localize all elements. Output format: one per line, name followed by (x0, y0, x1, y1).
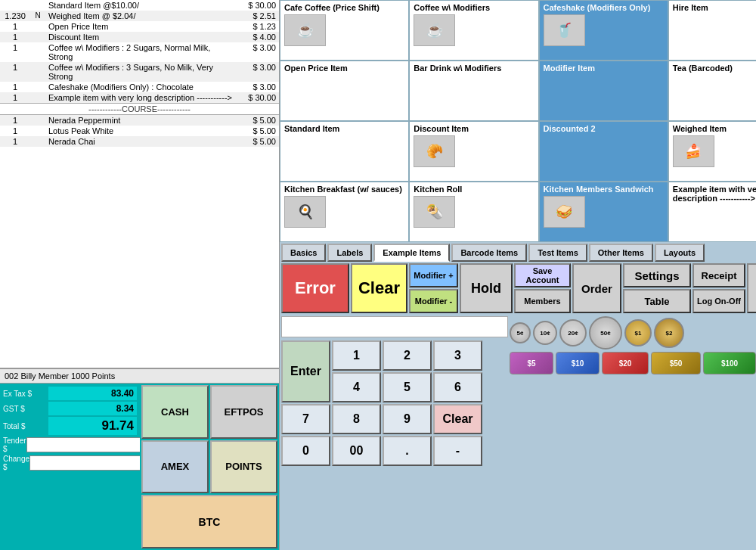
table-row: 1 Example item with very long descriptio… (0, 92, 279, 104)
item-cell[interactable]: Kitchen Breakfast (w/ sauces)🍳 (280, 182, 409, 242)
note-10[interactable]: $10 (556, 352, 600, 374)
change-input[interactable] (29, 455, 150, 471)
receipt-flag (30, 126, 45, 136)
item-cell[interactable]: Hire Item (668, 0, 756, 61)
num-5-button[interactable]: 5 (383, 372, 432, 402)
note-100[interactable]: $100 (703, 352, 756, 374)
receipt-qty: 1 (0, 42, 30, 62)
hold-button[interactable]: Hold (460, 263, 513, 313)
num-2-button[interactable]: 2 (383, 340, 432, 371)
item-cell[interactable]: Open Price Item (280, 61, 409, 121)
log-on-off-button[interactable]: Log On-Off (692, 289, 745, 313)
receipt-desc: Discount Item (45, 32, 237, 42)
item-image: 🥪 (544, 196, 585, 228)
item-cell[interactable]: Cafe Coffee (Price Shift)☕ (280, 0, 409, 61)
item-grid: Cafe Coffee (Price Shift)☕Coffee w\ Modi… (280, 0, 756, 242)
member-text: 002 Billy Member 1000 Points (5, 371, 115, 381)
num-dash-button[interactable]: - (433, 436, 482, 466)
course-label: ------------COURSE------------ (0, 104, 279, 115)
num-6-button[interactable]: 6 (433, 372, 482, 402)
note-20[interactable]: $20 (602, 352, 649, 374)
item-cell[interactable]: Kitchen Members Sandwich🥪 (539, 182, 668, 242)
gst-value: 8.34 (48, 402, 137, 415)
receipt-price: $ 4.00 (237, 32, 279, 42)
item-cell[interactable]: Cafeshake (Modifiers Only)🥤 (539, 0, 668, 61)
receipt-price: $ 2.51 (237, 11, 279, 21)
item-name: Example item with very long description … (673, 185, 756, 203)
item-cell[interactable]: Weighed Item🍰 (668, 121, 756, 182)
receipt-area: Standard Item @$10.00/ $ 30.001.230 N We… (0, 0, 279, 368)
coin-10c[interactable]: 10¢ (533, 321, 557, 345)
num-9-button[interactable]: 9 (383, 404, 432, 434)
table-row: 1 Open Price Item $ 1.23 (0, 21, 279, 32)
settings-button[interactable]: Settings (623, 263, 691, 287)
points-button[interactable]: POINTS (210, 440, 277, 494)
eftpos-button[interactable]: EFTPOS (210, 385, 277, 439)
item-cell[interactable]: Kitchen Roll🌯 (409, 182, 538, 242)
modifier-minus-button[interactable]: Modifier - (409, 289, 458, 313)
coin-2d[interactable]: $2 (654, 318, 684, 348)
num-4-button[interactable]: 4 (332, 372, 381, 402)
item-name: Discount Item (414, 124, 469, 133)
item-cell[interactable]: Modifier Item (539, 61, 668, 121)
total-row: Total $ 91.74 (3, 417, 137, 435)
coin-50c[interactable]: 50¢ (589, 316, 622, 350)
utility-button[interactable]: Utility (747, 263, 756, 313)
item-cell[interactable]: Standard Item (280, 121, 409, 182)
coin-20c[interactable]: 20¢ (559, 319, 587, 346)
item-cell[interactable]: Discount Item🥐 (409, 121, 538, 182)
enter-button[interactable]: Enter (281, 340, 330, 402)
tender-input[interactable] (26, 437, 147, 452)
table-row: 1 Nerada Peppermint $ 5.00 (0, 115, 279, 126)
receipt-desc: Weighed Item @ $2.04/ (45, 11, 237, 21)
tab-basics[interactable]: Basics (281, 244, 326, 262)
clear-num-button[interactable]: Clear (433, 404, 482, 434)
item-image: ☕ (284, 14, 326, 46)
item-cell[interactable]: Example item with very long description … (668, 182, 756, 242)
note-5[interactable]: $5 (510, 352, 553, 374)
tab-test-items[interactable]: Test Items (528, 244, 587, 262)
item-cell[interactable]: Coffee w\ Modifiers☕ (409, 0, 538, 61)
num-00-button[interactable]: 00 (332, 436, 381, 466)
members-button[interactable]: Members (514, 289, 571, 313)
receipt-price: $ 5.00 (237, 126, 279, 136)
order-button[interactable]: Order (572, 263, 621, 313)
amex-button[interactable]: AMEX (141, 440, 209, 494)
num-0-button[interactable]: 0 (281, 436, 330, 466)
member-bar: 002 Billy Member 1000 Points (0, 368, 279, 384)
receipt-qty (0, 0, 30, 11)
receipt-flag: N (30, 11, 45, 21)
receipt-button[interactable]: Receipt (692, 263, 745, 287)
num-8-button[interactable]: 8 (332, 404, 381, 434)
item-image: 🌯 (414, 196, 455, 228)
tender-label: Tender $ (3, 437, 26, 453)
cash-button[interactable]: CASH (141, 385, 209, 439)
note-50[interactable]: $50 (651, 352, 701, 374)
tab-barcode-items[interactable]: Barcode Items (451, 244, 527, 262)
coin-5c[interactable]: 5¢ (510, 322, 531, 343)
modifier-plus-button[interactable]: Modifier + (409, 263, 458, 287)
table-button[interactable]: Table (623, 289, 691, 313)
receipt-price: $ 3.00 (237, 82, 279, 92)
num-1-button[interactable]: 1 (332, 340, 381, 371)
tab-other-items[interactable]: Other Items (589, 244, 653, 262)
item-cell[interactable]: Tea (Barcoded) (668, 61, 756, 121)
num-dot-button[interactable]: . (383, 436, 432, 466)
tab-example-items[interactable]: Example Items (373, 244, 450, 262)
error-button[interactable]: Error (281, 263, 349, 313)
tab-labels[interactable]: Labels (327, 244, 372, 262)
coin-1d[interactable]: $1 (624, 319, 652, 346)
item-cell[interactable]: Bar Drink w\ Modifiers (409, 61, 538, 121)
num-7-button[interactable]: 7 (281, 404, 330, 434)
item-cell[interactable]: Discounted 2 (539, 121, 668, 182)
save-account-button[interactable]: Save Account (514, 263, 571, 287)
num-3-button[interactable]: 3 (433, 340, 482, 371)
numpad-display[interactable] (281, 316, 508, 337)
tab-layouts[interactable]: Layouts (655, 244, 705, 262)
receipt-desc: Open Price Item (45, 21, 237, 32)
clear-button[interactable]: Clear (351, 263, 407, 313)
receipt-qty: 1 (0, 21, 30, 32)
ex-tax-value: 83.40 (48, 387, 137, 400)
btc-button[interactable]: BTC (141, 495, 277, 548)
table-row: Standard Item @$10.00/ $ 30.00 (0, 0, 279, 11)
